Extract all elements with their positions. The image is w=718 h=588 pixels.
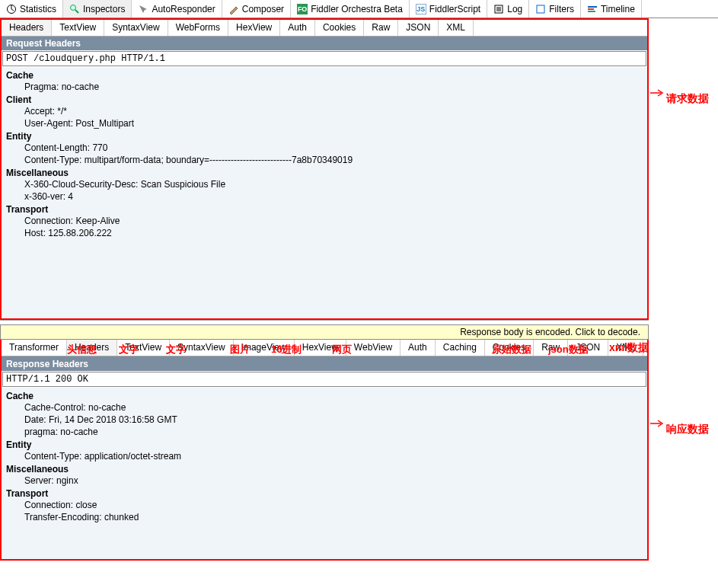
request-tabs: Headers TextView SyntaxView WebForms Hex… [2,20,647,37]
statistics-icon [6,4,17,14]
response-content: CacheCache-Control: no-cacheDate: Fri, 1… [2,388,647,559]
header-group: Entity [6,439,643,450]
annotation-request: 请求数据 [666,91,712,105]
header-item: Transfer-Encoding: chunked [6,511,643,523]
header-group: Cache [6,70,643,81]
tab-log[interactable]: Log [487,0,529,18]
decode-banner[interactable]: Response body is encoded. Click to decod… [0,324,649,340]
header-item: x-360-ver: 4 [6,190,643,203]
req-tab-headers[interactable]: Headers [2,20,52,36]
annotation-xml: xml数据 [609,341,649,355]
header-item: X-360-Cloud-Security-Desc: Scan Suspicio… [6,178,643,190]
annotation-image: 图片 [230,343,250,356]
request-first-line: POST /cloudquery.php HTTP/1.1 [2,51,646,66]
arrow-icon [649,87,664,102]
header-item: pragma: no-cache [6,426,643,438]
main-tabs: Statistics Inspectors AutoResponder Comp… [0,0,718,18]
req-tab-webforms[interactable]: WebForms [168,20,228,36]
script-icon: JS [416,4,426,14]
req-tab-xml[interactable]: XML [439,20,474,36]
resp-tab-webview[interactable]: WebView [346,340,400,356]
tab-statistics[interactable]: Statistics [0,0,63,18]
tab-label: Fiddler Orchestra Beta [311,4,403,14]
header-item: Accept: */* [6,105,643,117]
header-item: Host: 125.88.206.222 [6,227,643,239]
inspectors-icon [69,4,80,14]
annotation-json: json数据 [548,343,589,356]
autoresponder-icon [138,4,148,14]
req-tab-json[interactable]: JSON [398,20,439,36]
req-tab-cookies[interactable]: Cookies [315,20,364,36]
request-content: CachePragma: no-cacheClientAccept: */*Us… [2,67,647,318]
header-group: Transport [6,204,643,215]
annotation-response: 响应数据 [666,422,712,436]
composer-icon [228,4,239,14]
tab-label: FiddlerScript [429,4,480,14]
request-panel: Headers TextView SyntaxView WebForms Hex… [0,18,649,320]
svg-line-4 [75,10,78,13]
tab-orchestra[interactable]: FOFiddler Orchestra Beta [291,0,410,18]
resp-tab-auth[interactable]: Auth [400,340,436,356]
tab-fiddlerscript[interactable]: JSFiddlerScript [410,0,487,18]
tab-label: Composer [242,4,284,14]
header-group: Miscellaneous [6,464,643,475]
header-group: Transport [6,488,643,499]
svg-point-3 [71,5,76,10]
req-tab-hexview[interactable]: HexView [228,20,280,36]
header-group: Miscellaneous [6,168,643,178]
header-item: Content-Length: 770 [6,142,643,154]
annotation-raw: 原始数据 [492,343,531,356]
log-icon [493,4,504,14]
header-item: Content-Type: multipart/form-data; bound… [6,154,643,166]
resp-tab-transformer[interactable]: Transformer [2,340,67,356]
tab-composer[interactable]: Composer [222,0,291,18]
response-headers-title: Response Headers [2,356,647,371]
tab-timeline[interactable]: Timeline [581,0,642,18]
header-group: Cache [6,391,643,401]
tab-label: AutoResponder [152,4,215,14]
req-tab-textview[interactable]: TextView [52,20,104,36]
tab-inspectors[interactable]: Inspectors [63,0,132,18]
tab-label: Statistics [20,4,56,14]
header-item: User-Agent: Post_Multipart [6,117,643,129]
header-item: Server: nginx [6,475,643,487]
annotation-text2: 文字 [166,343,186,356]
header-item: Cache-Control: no-cache [6,401,643,414]
svg-rect-9 [537,5,544,13]
svg-line-2 [11,9,14,11]
header-item: Connection: Keep-Alive [6,215,643,227]
orchestra-icon: FO [297,4,308,14]
timeline-icon [587,4,598,14]
tab-label: Inspectors [83,4,125,14]
tab-autoresponder[interactable]: AutoResponder [132,0,222,18]
request-headers-title: Request Headers [2,37,647,50]
arrow-icon [649,417,664,433]
response-first-line: HTTP/1.1 200 OK [2,372,646,387]
tab-label: Timeline [601,4,635,14]
response-panel: Transformer Headers TextView SyntaxView … [0,340,649,561]
req-tab-auth[interactable]: Auth [280,20,315,36]
header-item: Connection: close [6,499,643,511]
header-item: Date: Fri, 14 Dec 2018 03:16:58 GMT [6,414,643,426]
resp-tab-caching[interactable]: Caching [436,340,485,356]
header-item: Pragma: no-cache [6,81,643,93]
filters-icon [535,4,546,14]
tab-label: Log [507,4,522,14]
annotation-text1: 文字 [119,343,139,356]
header-group: Entity [6,131,643,142]
header-item: Content-Type: application/octet-stream [6,450,643,462]
tab-label: Filters [549,4,574,14]
req-tab-syntaxview[interactable]: SyntaxView [104,20,168,36]
header-group: Client [6,94,643,105]
annotation-head: 头信息 [67,343,97,356]
tab-filters[interactable]: Filters [529,0,581,18]
req-tab-raw[interactable]: Raw [364,20,398,36]
annotation-web: 网页 [332,343,352,356]
annotation-hex: 16进制 [271,343,302,356]
